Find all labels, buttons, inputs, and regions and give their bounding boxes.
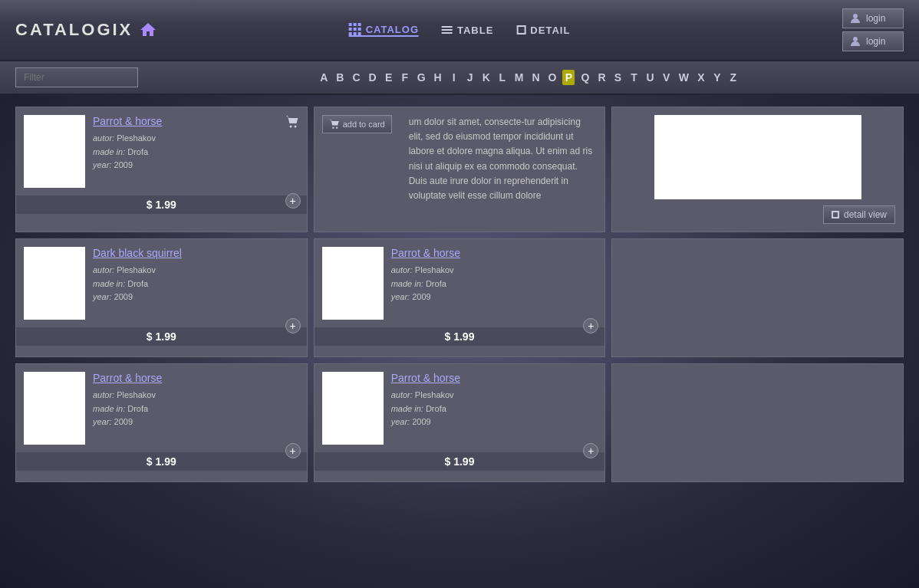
alpha-M[interactable]: M xyxy=(512,70,526,85)
alpha-X[interactable]: X xyxy=(695,70,707,85)
alpha-Q[interactable]: Q xyxy=(578,70,591,85)
add-btn-4[interactable]: + xyxy=(285,318,301,333)
product-card-9-empty xyxy=(611,363,904,482)
product-meta-4: autor: Pleshakov made in: Drofa year: 20… xyxy=(93,264,299,304)
alpha-H[interactable]: H xyxy=(432,70,444,85)
product-title-7[interactable]: Parrot & horse xyxy=(93,372,299,384)
alphabet: A B C D E F G H I J K L M N O P Q R S T … xyxy=(153,70,904,85)
product-title-8[interactable]: Parrot & horse xyxy=(391,372,598,384)
product-card-8-inner: Parrot & horse autor: Pleshakov made in:… xyxy=(315,364,605,452)
product-card-1: Parrot & horse autor: Pleshakov made in:… xyxy=(15,107,308,232)
logo: CATALOGIX xyxy=(15,20,157,40)
product-title-1[interactable]: Parrot & horse xyxy=(93,115,299,127)
cart-icon-1[interactable] xyxy=(285,115,299,132)
alpha-L[interactable]: L xyxy=(496,70,509,85)
product-price-7: $ 1.99 xyxy=(16,452,307,471)
grid-icon xyxy=(349,23,361,35)
nav-detail[interactable]: DETAIL xyxy=(516,25,570,36)
alpha-B[interactable]: B xyxy=(334,70,346,85)
product-card-6-empty xyxy=(611,238,904,357)
alpha-R[interactable]: R xyxy=(595,70,608,85)
expanded-left: add to card xyxy=(315,107,400,232)
product-image-4 xyxy=(24,247,85,320)
product-meta-5: autor: Pleshakov made in: Drofa year: 20… xyxy=(391,264,598,304)
made-in-label-1: made in: xyxy=(93,147,125,156)
product-image-7 xyxy=(24,372,85,445)
add-to-card-button[interactable]: add to card xyxy=(322,115,392,133)
alpha-E[interactable]: E xyxy=(383,70,395,85)
alpha-N[interactable]: N xyxy=(529,70,542,85)
header: CATALOGIX CATALOG TABLE DETAIL xyxy=(0,0,919,61)
add-btn-7[interactable]: + xyxy=(285,443,301,458)
nav-catalog-label: CATALOG xyxy=(366,24,419,35)
nav-table[interactable]: TABLE xyxy=(442,25,493,36)
alpha-J[interactable]: J xyxy=(464,70,476,85)
alphabet-bar: A B C D E F G H I J K L M N O P Q R S T … xyxy=(0,61,919,95)
product-meta-8: autor: Pleshakov made in: Drofa year: 20… xyxy=(391,389,598,429)
alpha-S[interactable]: S xyxy=(612,70,624,85)
product-title-4[interactable]: Dark black squirrel xyxy=(93,247,299,259)
product-card-5: Parrot & horse autor: Pleshakov made in:… xyxy=(314,238,606,357)
product-price-5: $ 1.99 xyxy=(315,327,605,346)
detail-view-label: detail view xyxy=(844,209,887,220)
product-price-1: $ 1.99 xyxy=(16,195,307,214)
svg-point-3 xyxy=(294,126,296,128)
product-price-8: $ 1.99 xyxy=(315,452,605,471)
alpha-Y[interactable]: Y xyxy=(711,70,723,85)
alpha-F[interactable]: F xyxy=(399,70,411,85)
large-image xyxy=(654,115,861,199)
expanded-right: um dolor sit amet, consecte-tur adipisic… xyxy=(400,107,605,232)
product-price-4: $ 1.99 xyxy=(16,327,307,346)
year-value-1: 2009 xyxy=(114,160,133,169)
alpha-T[interactable]: T xyxy=(628,70,641,85)
logo-text: CATALOGIX xyxy=(15,20,133,40)
made-in-value-1: Drofa xyxy=(127,147,148,156)
product-image-1 xyxy=(24,115,85,188)
alpha-U[interactable]: U xyxy=(644,70,657,85)
product-card-4-inner: Dark black squirrel autor: Pleshakov mad… xyxy=(16,239,307,327)
home-icon[interactable] xyxy=(139,21,157,39)
expanded-description: um dolor sit amet, consecte-tur adipisic… xyxy=(409,115,596,203)
nav-catalog[interactable]: CATALOG xyxy=(349,23,419,37)
detail-view-button[interactable]: detail view xyxy=(823,205,895,224)
expanded-content: add to card um dolor sit amet, consecte-… xyxy=(315,107,605,232)
autor-label-1: autor: xyxy=(93,133,114,143)
year-label-1: year: xyxy=(93,160,111,169)
login-button-1[interactable]: login xyxy=(842,8,904,28)
product-info-1: Parrot & horse autor: Pleshakov made in:… xyxy=(93,115,299,172)
catalog-grid: Parrot & horse autor: Pleshakov made in:… xyxy=(15,107,904,482)
login-area: login login xyxy=(842,8,904,51)
alpha-K[interactable]: K xyxy=(480,70,492,85)
alpha-P[interactable]: P xyxy=(562,70,575,85)
filter-input[interactable] xyxy=(15,67,138,87)
svg-point-0 xyxy=(853,14,858,18)
add-to-card-label: add to card xyxy=(343,120,385,129)
alpha-O[interactable]: O xyxy=(546,70,559,85)
autor-value-1: Pleshakov xyxy=(117,133,156,143)
alpha-G[interactable]: G xyxy=(415,70,428,85)
product-image-5 xyxy=(322,247,384,320)
alpha-W[interactable]: W xyxy=(677,70,691,85)
product-card-5-inner: Parrot & horse autor: Pleshakov made in:… xyxy=(315,239,605,327)
table-icon xyxy=(442,26,453,34)
alpha-D[interactable]: D xyxy=(367,70,379,85)
product-info-5: Parrot & horse autor: Pleshakov made in:… xyxy=(391,247,598,304)
svg-point-4 xyxy=(332,127,334,129)
alpha-C[interactable]: C xyxy=(350,70,362,85)
login-button-2[interactable]: login xyxy=(842,31,904,51)
product-title-5[interactable]: Parrot & horse xyxy=(391,247,598,259)
nav-center: CATALOG TABLE DETAIL xyxy=(349,23,571,37)
alpha-Z[interactable]: Z xyxy=(727,70,739,85)
cart-icon-expanded xyxy=(329,119,340,130)
detail-view-icon xyxy=(832,211,839,218)
product-image-8 xyxy=(322,372,384,445)
user-icon-2 xyxy=(849,35,861,48)
svg-point-2 xyxy=(289,126,292,128)
alpha-A[interactable]: A xyxy=(318,70,330,85)
alpha-I[interactable]: I xyxy=(448,70,460,85)
product-info-4: Dark black squirrel autor: Pleshakov mad… xyxy=(93,247,299,304)
alpha-V[interactable]: V xyxy=(660,70,673,85)
product-card-1-inner: Parrot & horse autor: Pleshakov made in:… xyxy=(16,107,307,195)
product-card-8: Parrot & horse autor: Pleshakov made in:… xyxy=(314,363,606,482)
add-btn-1[interactable]: + xyxy=(285,193,301,209)
